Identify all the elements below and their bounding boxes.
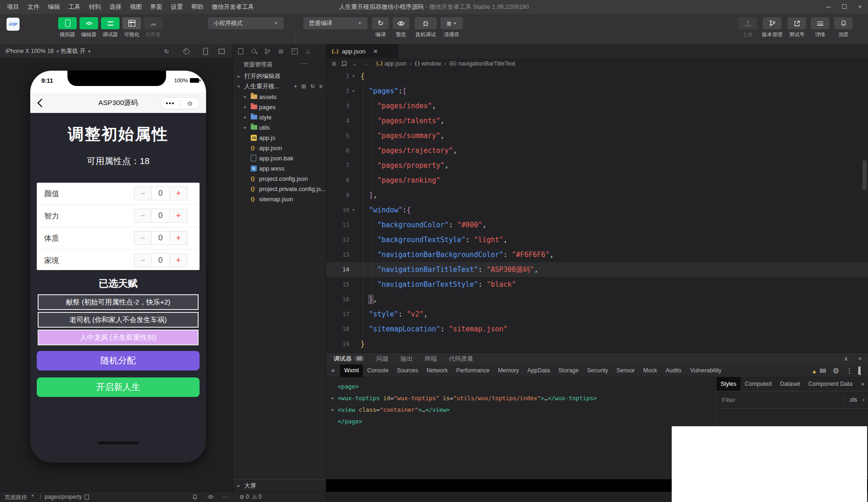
problems-counter[interactable]: ⊘ 0 ⚠ 0 bbox=[240, 494, 262, 500]
tree-item[interactable]: ▾人生重开模...+⊞↻≡ bbox=[233, 81, 326, 92]
files-icon[interactable] bbox=[237, 48, 244, 54]
code-line[interactable]: 13 "navigationBarBackgroundColor": "#F6F… bbox=[326, 247, 868, 262]
tree-item[interactable]: ▸打开的编辑器 bbox=[233, 71, 326, 81]
inspector-tab-computed[interactable]: Computed bbox=[741, 377, 776, 391]
tree-item[interactable]: Sapp.wxss bbox=[233, 163, 326, 173]
code-line[interactable]: 8 "pages/ranking" bbox=[326, 173, 868, 188]
editor-scrollbar[interactable] bbox=[862, 160, 867, 190]
page-path-label[interactable]: 页面路径 bbox=[5, 494, 27, 502]
more-dots-icon[interactable]: ●●● bbox=[160, 101, 180, 106]
plus-button[interactable]: + bbox=[169, 186, 187, 200]
code-line[interactable]: 15 "navigationBarTextStyle": "black" bbox=[326, 277, 868, 292]
plus-button[interactable]: + bbox=[169, 253, 187, 267]
devtools-tab-network[interactable]: Network bbox=[422, 364, 452, 377]
search-icon[interactable] bbox=[250, 48, 258, 54]
kebab-menu-icon[interactable]: ⋮ bbox=[846, 366, 853, 375]
simulator-toggle[interactable]: 模拟器 bbox=[57, 17, 78, 38]
minus-button[interactable]: − bbox=[134, 186, 152, 200]
outline-icon[interactable]: ≣ bbox=[332, 60, 336, 67]
new-folder-icon[interactable]: ⊞ bbox=[301, 83, 306, 90]
expand-arrow-icon[interactable]: ▶ bbox=[332, 392, 338, 404]
code-line[interactable]: 4 "pages/talents", bbox=[326, 113, 868, 128]
menu-item-8[interactable]: 设置 bbox=[167, 0, 187, 14]
tree-item[interactable]: app.json.bak bbox=[233, 153, 326, 163]
cls-toggle[interactable]: .cls bbox=[848, 396, 857, 403]
devtools-tab-sources[interactable]: Sources bbox=[393, 364, 422, 377]
tree-item[interactable]: ▸pages bbox=[233, 102, 326, 112]
dock-side-icon[interactable] bbox=[860, 367, 861, 375]
expand-arrow-icon[interactable]: ▶ bbox=[332, 404, 338, 416]
fold-icon[interactable]: ▾ bbox=[353, 69, 354, 84]
collapse-icon[interactable]: ≡ bbox=[319, 83, 322, 90]
talent-item[interactable]: 献祭 (初始可用属性点-2，快乐+2) bbox=[38, 294, 199, 310]
devtools-tab-storage[interactable]: Storage bbox=[554, 364, 583, 377]
save-icon[interactable] bbox=[291, 48, 298, 54]
breadcrumb-field[interactable]: navigationBarTitleText bbox=[458, 60, 515, 67]
notifications-icon[interactable] bbox=[192, 492, 198, 502]
editor-toggle[interactable]: </> 编辑器 bbox=[78, 17, 100, 38]
tree-item[interactable]: ▸assets bbox=[233, 92, 326, 102]
refresh-icon[interactable]: ↻ bbox=[310, 83, 315, 90]
copy-path-icon[interactable] bbox=[85, 495, 89, 500]
debugger-toggle[interactable]: 调试器 bbox=[100, 17, 121, 38]
start-life-button[interactable]: 开启新人生 bbox=[37, 377, 200, 397]
breadcrumb-window[interactable]: window bbox=[421, 60, 441, 67]
status-more-icon[interactable]: ⋯ bbox=[222, 492, 228, 502]
restart-icon[interactable]: ↻ bbox=[162, 44, 171, 58]
devtools-tab-vulnerability[interactable]: Vulnerability bbox=[686, 364, 726, 377]
code-line[interactable]: 18 "sitemapLocation": "sitemap.json" bbox=[326, 322, 868, 337]
compile-mode-dropdown[interactable]: 普通编译▼ bbox=[303, 17, 367, 29]
bottom-section-bigscreen[interactable]: ▸ 大屏 bbox=[233, 479, 326, 492]
test-account-button[interactable]: 测试号 bbox=[786, 17, 808, 38]
minus-button[interactable]: − bbox=[134, 209, 152, 223]
tree-item[interactable]: {}sitemap.json bbox=[233, 194, 326, 204]
code-line[interactable]: 14 "navigationBarTitleText": "ASP300源码", bbox=[326, 262, 868, 277]
code-line[interactable]: 16 }, bbox=[326, 292, 868, 307]
multi-window-icon[interactable] bbox=[217, 44, 226, 58]
devtools-tab-audits[interactable]: Audits bbox=[661, 364, 686, 377]
devtools-tab-security[interactable]: Security bbox=[583, 364, 612, 377]
wxml-line[interactable]: </page> bbox=[332, 416, 722, 427]
plus-button[interactable]: + bbox=[169, 231, 187, 245]
device-frame-icon[interactable] bbox=[201, 44, 210, 58]
menu-item-9[interactable]: 帮助 bbox=[187, 0, 207, 14]
code-line[interactable]: 11 "backgroundColor": "#000", bbox=[326, 218, 868, 232]
account-avatar[interactable]: ASP bbox=[7, 18, 20, 31]
hot-reload-toggle[interactable]: 热重载 开▼ bbox=[60, 47, 91, 55]
plus-button[interactable]: + bbox=[169, 209, 187, 223]
close-button[interactable]: × bbox=[852, 0, 868, 14]
tree-item[interactable]: ▸style bbox=[233, 112, 326, 122]
collapse-panel-icon[interactable]: ∧ bbox=[844, 356, 848, 362]
devtools-tab-sensor[interactable]: Sensor bbox=[612, 364, 639, 377]
menu-item-10[interactable]: 微信开发者工具 bbox=[207, 0, 258, 14]
bookmark-icon[interactable] bbox=[342, 61, 347, 66]
inspector-tab-styles[interactable]: Styles bbox=[716, 377, 741, 391]
menu-item-6[interactable]: 视图 bbox=[126, 0, 146, 14]
wxml-line[interactable]: <page> bbox=[332, 381, 722, 392]
devtools-tab-console[interactable]: Console bbox=[363, 364, 393, 377]
devtools-tab-performance[interactable]: Performance bbox=[452, 364, 494, 377]
talent-item[interactable]: 老司机 (你和家人不会发生车祸) bbox=[38, 312, 199, 328]
panel-tab-调试器[interactable]: 调试器88 bbox=[334, 355, 364, 363]
tree-item[interactable]: {}project.private.config.js... bbox=[233, 184, 326, 194]
inspector-tab-dataset[interactable]: Dataset bbox=[776, 377, 804, 391]
menu-item-7[interactable]: 界面 bbox=[146, 0, 167, 14]
compile-button[interactable]: ↻ 编译 bbox=[371, 17, 390, 38]
code-line[interactable]: 10▾ "window":{ bbox=[326, 203, 868, 218]
devtools-tab-mock[interactable]: Mock bbox=[639, 364, 661, 377]
device-selector[interactable]: iPhone X 100% 16▼ bbox=[0, 48, 60, 54]
panel-tab-问题[interactable]: 问题 bbox=[376, 355, 388, 363]
preview-button[interactable]: 预览 bbox=[391, 17, 411, 38]
minus-button[interactable]: − bbox=[134, 231, 152, 245]
panel-tab-代码质量[interactable]: 代码质量 bbox=[449, 355, 473, 363]
panel-tab-输出[interactable]: 输出 bbox=[401, 355, 413, 363]
code-line[interactable]: 9 ], bbox=[326, 188, 868, 203]
code-line[interactable]: 17 "style": "v2", bbox=[326, 307, 868, 322]
source-control-icon[interactable] bbox=[264, 48, 271, 54]
capsule-target-icon[interactable]: ⊙ bbox=[180, 100, 200, 107]
code-line[interactable]: 3 "pages/index", bbox=[326, 99, 868, 113]
warning-badge[interactable]: ▲ bbox=[811, 367, 817, 375]
code-area[interactable]: 1▾{2▾ "pages":[3 "pages/index",4 "pages/… bbox=[326, 69, 868, 351]
record-icon[interactable] bbox=[181, 44, 191, 58]
breadcrumb-file[interactable]: app.json bbox=[384, 60, 406, 67]
